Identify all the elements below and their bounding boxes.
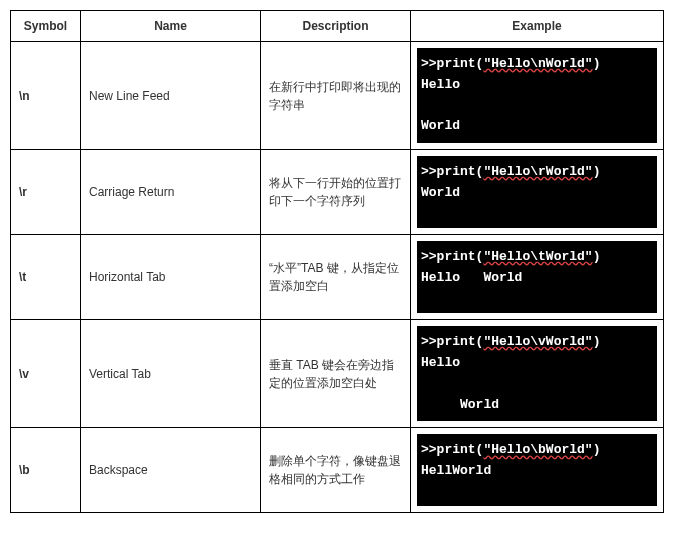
cell-symbol: \v	[11, 320, 81, 428]
cell-name: New Line Feed	[81, 42, 261, 150]
code-string: "Hello\rWorld"	[483, 164, 592, 179]
cell-symbol: \r	[11, 150, 81, 235]
escape-sequence-table: Symbol Name Description Example \n New L…	[10, 10, 664, 513]
code-output: Hello World	[421, 270, 522, 285]
cell-name: Horizontal Tab	[81, 235, 261, 320]
code-suffix: )	[593, 334, 601, 349]
cell-name: Backspace	[81, 428, 261, 513]
cell-example: >>print("Hello\vWorld") Hello World	[411, 320, 664, 428]
code-prefix: >>print(	[421, 56, 483, 71]
code-string: "Hello\nWorld"	[483, 56, 592, 71]
cell-symbol: \n	[11, 42, 81, 150]
code-prefix: >>print(	[421, 164, 483, 179]
code-block: >>print("Hello\rWorld") World	[417, 156, 657, 228]
cell-symbol: \t	[11, 235, 81, 320]
cell-name: Carriage Return	[81, 150, 261, 235]
code-block: >>print("Hello\tWorld") Hello World	[417, 241, 657, 313]
table-row: \n New Line Feed 在新行中打印即将出现的字符串 >>print(…	[11, 42, 664, 150]
cell-example: >>print("Hello\bWorld") HellWorld	[411, 428, 664, 513]
code-output: Hello World	[421, 355, 499, 412]
code-suffix: )	[593, 442, 601, 457]
code-suffix: )	[593, 56, 601, 71]
code-output: World	[421, 185, 460, 200]
table-row: \b Backspace 删除单个字符，像键盘退格相同的方式工作 >>print…	[11, 428, 664, 513]
table-row: \t Horizontal Tab “水平”TAB 键，从指定位置添加空白 >>…	[11, 235, 664, 320]
table-row: \v Vertical Tab 垂直 TAB 键会在旁边指定的位置添加空白处 >…	[11, 320, 664, 428]
header-description: Description	[261, 11, 411, 42]
cell-name: Vertical Tab	[81, 320, 261, 428]
cell-symbol: \b	[11, 428, 81, 513]
code-suffix: )	[593, 249, 601, 264]
table-header-row: Symbol Name Description Example	[11, 11, 664, 42]
header-name: Name	[81, 11, 261, 42]
cell-description: 在新行中打印即将出现的字符串	[261, 42, 411, 150]
code-suffix: )	[593, 164, 601, 179]
code-prefix: >>print(	[421, 334, 483, 349]
code-prefix: >>print(	[421, 249, 483, 264]
code-string: "Hello\bWorld"	[483, 442, 592, 457]
table-row: \r Carriage Return 将从下一行开始的位置打印下一个字符序列 >…	[11, 150, 664, 235]
code-string: "Hello\vWorld"	[483, 334, 592, 349]
code-output: Hello World	[421, 77, 460, 134]
code-string: "Hello\tWorld"	[483, 249, 592, 264]
cell-description: 删除单个字符，像键盘退格相同的方式工作	[261, 428, 411, 513]
cell-example: >>print("Hello\nWorld") Hello World	[411, 42, 664, 150]
cell-description: “水平”TAB 键，从指定位置添加空白	[261, 235, 411, 320]
header-symbol: Symbol	[11, 11, 81, 42]
code-output: HellWorld	[421, 463, 491, 478]
code-block: >>print("Hello\vWorld") Hello World	[417, 326, 657, 421]
cell-description: 将从下一行开始的位置打印下一个字符序列	[261, 150, 411, 235]
cell-example: >>print("Hello\tWorld") Hello World	[411, 235, 664, 320]
cell-description: 垂直 TAB 键会在旁边指定的位置添加空白处	[261, 320, 411, 428]
code-prefix: >>print(	[421, 442, 483, 457]
code-block: >>print("Hello\bWorld") HellWorld	[417, 434, 657, 506]
header-example: Example	[411, 11, 664, 42]
code-block: >>print("Hello\nWorld") Hello World	[417, 48, 657, 143]
cell-example: >>print("Hello\rWorld") World	[411, 150, 664, 235]
